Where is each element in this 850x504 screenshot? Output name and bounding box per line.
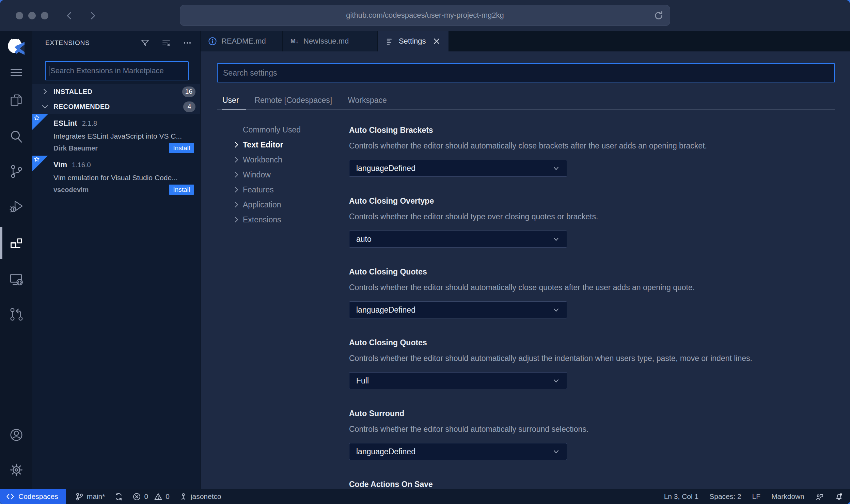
close-tab-icon[interactable] <box>432 37 441 45</box>
source-control-icon[interactable] <box>8 163 25 179</box>
extension-item-vim[interactable]: Vim 1.16.0 Vim emulation for Visual Stud… <box>32 156 200 197</box>
tab-readme[interactable]: README.md <box>201 31 282 51</box>
setting-value-dropdown[interactable]: auto <box>349 231 567 248</box>
pull-requests-icon[interactable] <box>8 306 25 322</box>
tab-label: Settings <box>399 37 426 46</box>
toc-item-application[interactable]: Application <box>217 197 349 212</box>
user-name: jasonetco <box>191 492 221 501</box>
install-button[interactable]: Install <box>169 143 194 153</box>
chevron-right-icon <box>41 88 49 95</box>
branch-status[interactable]: main* <box>75 492 105 501</box>
menu-icon[interactable] <box>8 64 25 81</box>
extension-item-eslint[interactable]: ESLint 2.1.8 Integrates ESLint JavaScrip… <box>32 114 200 156</box>
tab-settings[interactable]: Settings <box>378 31 448 51</box>
explorer-icon[interactable] <box>8 92 25 108</box>
setting-value-dropdown[interactable]: Full <box>349 372 567 389</box>
scope-tab-workspace[interactable]: Workspace <box>348 96 387 105</box>
dropdown-value: languageDefined <box>356 447 415 456</box>
settings-gear-icon[interactable] <box>8 462 25 478</box>
chevron-right-icon <box>233 216 240 223</box>
browser-window: github.com/codespaces/user-my-project-mg… <box>0 0 850 504</box>
toc-item-commonly-used[interactable]: Commonly Used <box>217 122 349 137</box>
toc-item-text-editor[interactable]: Text Editor <box>217 137 349 152</box>
feedback-icon <box>815 492 824 501</box>
extension-version: 2.1.8 <box>82 120 97 127</box>
setting-value-dropdown[interactable]: languageDefined <box>349 443 567 460</box>
scope-tabs-rule <box>217 109 835 110</box>
extension-name: ESLint <box>53 119 77 128</box>
window-zoom-button[interactable] <box>41 12 48 19</box>
browser-chrome: github.com/codespaces/user-my-project-mg… <box>0 0 850 31</box>
chevron-right-icon <box>233 186 240 193</box>
scope-tab-user[interactable]: User <box>222 96 239 105</box>
more-actions-icon[interactable] <box>183 38 192 48</box>
eol-status[interactable]: LF <box>752 492 761 501</box>
setting-title: Auto Surround <box>349 408 835 419</box>
window-close-button[interactable] <box>16 12 23 19</box>
toc-item-workbench[interactable]: Workbench <box>217 152 349 167</box>
section-recommended[interactable]: RECOMMENDED 4 <box>32 99 200 114</box>
sync-status[interactable] <box>114 492 123 501</box>
setting-value-dropdown[interactable]: languageDefined <box>349 160 567 177</box>
toc-item-window[interactable]: Window <box>217 167 349 182</box>
setting-auto-closing-overtype: Auto Closing Overtype Controls whether t… <box>349 196 835 248</box>
toc-item-extensions[interactable]: Extensions <box>217 212 349 227</box>
section-installed-label: INSTALLED <box>53 88 182 96</box>
remote-explorer-icon[interactable] <box>8 271 25 287</box>
indentation-status[interactable]: Spaces: 2 <box>709 492 741 501</box>
user-status[interactable]: jasonetco <box>179 492 221 501</box>
chevron-down-icon <box>552 164 561 173</box>
tab-newissue[interactable]: M↓ NewIssue.md <box>283 31 377 51</box>
browser-back-icon[interactable] <box>65 11 74 20</box>
settings-search-input[interactable] <box>218 64 834 82</box>
clear-search-results-icon[interactable] <box>161 38 171 48</box>
chevron-right-icon <box>233 156 240 163</box>
remote-label: Codespaces <box>18 492 58 501</box>
recommended-ribbon <box>32 114 48 130</box>
toc-item-features[interactable]: Features <box>217 182 349 197</box>
recommended-ribbon <box>32 156 48 171</box>
warning-count: 0 <box>166 492 170 501</box>
notifications-button[interactable] <box>835 492 843 501</box>
sidebar-title: EXTENSIONS <box>45 39 140 47</box>
extension-publisher: Dirk Baeumer <box>53 144 98 152</box>
chevron-down-icon <box>552 305 561 314</box>
language-mode[interactable]: Markdown <box>771 492 804 501</box>
extensions-icon[interactable] <box>8 236 25 252</box>
installed-count-badge: 16 <box>182 86 195 97</box>
scope-tab-remote[interactable]: Remote [Codespaces] <box>255 96 332 105</box>
setting-description: Controls whether the editor should autom… <box>349 424 835 434</box>
section-installed[interactable]: INSTALLED 16 <box>32 84 200 99</box>
feedback-button[interactable] <box>815 492 824 501</box>
account-icon[interactable] <box>8 427 25 443</box>
error-icon <box>132 492 141 501</box>
extension-name: Vim <box>53 160 67 169</box>
install-button[interactable]: Install <box>169 185 194 195</box>
extension-description: Vim emulation for Visual Studio Code... <box>53 171 194 184</box>
setting-value-dropdown[interactable]: languageDefined <box>349 301 567 318</box>
extension-publisher: vscodevim <box>53 186 89 194</box>
git-branch-icon <box>75 492 84 501</box>
problems-status[interactable]: 0 0 <box>132 492 169 501</box>
setting-auto-closing-quotes-2: Auto Closing Quotes Controls whether the… <box>349 337 835 389</box>
settings-editor: User Remote [Codespaces] Workspace Commo… <box>201 51 850 489</box>
browser-forward-icon[interactable] <box>88 11 97 20</box>
search-icon[interactable] <box>8 128 25 145</box>
setting-title: Auto Closing Quotes <box>349 337 835 348</box>
window-minimize-button[interactable] <box>28 12 36 19</box>
settings-search-box <box>217 63 835 82</box>
remote-indicator[interactable]: Codespaces <box>0 489 66 504</box>
run-debug-icon[interactable] <box>8 198 25 215</box>
address-bar[interactable]: github.com/codespaces/user-my-project-mg… <box>180 5 670 26</box>
extensions-search-input[interactable] <box>46 62 188 80</box>
github-vscode-logo-icon[interactable] <box>5 36 27 58</box>
settings-scope-tabs: User Remote [Codespaces] Workspace <box>217 95 835 106</box>
setting-auto-closing-quotes: Auto Closing Quotes Controls whether the… <box>349 267 835 318</box>
filter-icon[interactable] <box>140 38 150 48</box>
section-recommended-label: RECOMMENDED <box>53 103 183 111</box>
activity-bar <box>0 31 32 489</box>
chevron-right-icon <box>233 171 240 178</box>
cursor-position[interactable]: Ln 3, Col 1 <box>664 492 699 501</box>
chevron-right-icon <box>233 201 240 208</box>
reload-icon[interactable] <box>654 11 664 21</box>
